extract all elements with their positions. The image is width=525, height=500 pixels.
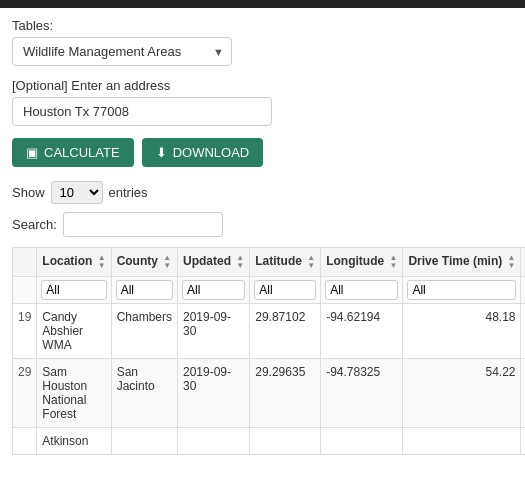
cell-drivetime: 54.22 (403, 359, 521, 428)
cell-county: San Jacinto (111, 359, 177, 428)
cell-longitude (321, 428, 403, 455)
cell-latitude: 29.87102 (250, 304, 321, 359)
address-label: [Optional] Enter an address (12, 78, 513, 93)
tables-select[interactable]: Wildlife Management Areas (12, 37, 232, 66)
table-row: Atkinson (13, 428, 526, 455)
filter-drivetime[interactable] (403, 277, 521, 304)
cell-location: Sam Houston National Forest (37, 359, 111, 428)
filter-updated-input[interactable] (182, 280, 245, 300)
download-icon: ⬇ (156, 145, 167, 160)
address-input[interactable] (12, 97, 272, 126)
table-filter-row (13, 277, 526, 304)
col-header-num (13, 248, 37, 277)
cell-updated (177, 428, 249, 455)
cell-drivetime: 48.18 (403, 304, 521, 359)
cell-drivedist (521, 428, 525, 455)
filter-county[interactable] (111, 277, 177, 304)
filter-location[interactable] (37, 277, 111, 304)
table-row: 19 Candy Abshier WMA Chambers 2019-09-30… (13, 304, 526, 359)
col-header-location[interactable]: Location ▲▼ (37, 248, 111, 277)
col-header-drivedist[interactable]: Drive Distance (mi) ▲▼ (521, 248, 525, 277)
buttons-row: ▣ CALCULATE ⬇ DOWNLOAD (12, 138, 513, 167)
filter-location-input[interactable] (41, 280, 106, 300)
sort-arrows-location: ▲▼ (98, 254, 106, 270)
cell-drivedist: 51.29 (521, 359, 525, 428)
filter-latitude[interactable] (250, 277, 321, 304)
cell-updated: 2019-09-30 (177, 304, 249, 359)
sort-arrows-latitude: ▲▼ (307, 254, 315, 270)
cell-updated: 2019-09-30 (177, 359, 249, 428)
calculate-label: CALCULATE (44, 145, 120, 160)
cell-county (111, 428, 177, 455)
cell-location: Atkinson (37, 428, 111, 455)
top-bar (0, 0, 525, 8)
sort-arrows-longitude: ▲▼ (390, 254, 398, 270)
cell-county: Chambers (111, 304, 177, 359)
filter-county-input[interactable] (116, 280, 173, 300)
show-label: Show (12, 185, 45, 200)
table-header-row: Location ▲▼ County ▲▼ Updated ▲▼ Latitud… (13, 248, 526, 277)
col-header-updated[interactable]: Updated ▲▼ (177, 248, 249, 277)
filter-latitude-input[interactable] (254, 280, 316, 300)
col-header-latitude[interactable]: Latitude ▲▼ (250, 248, 321, 277)
col-header-drivetime[interactable]: Drive Time (min) ▲▼ (403, 248, 521, 277)
filter-updated[interactable] (177, 277, 249, 304)
cell-num (13, 428, 37, 455)
entries-row: Show 10 25 50 100 entries (12, 181, 513, 204)
filter-drivedist[interactable] (521, 277, 525, 304)
entries-select[interactable]: 10 25 50 100 (51, 181, 103, 204)
table-body: 19 Candy Abshier WMA Chambers 2019-09-30… (13, 304, 526, 455)
cell-num: 29 (13, 359, 37, 428)
search-row: Search: (12, 212, 513, 237)
cell-drivetime (403, 428, 521, 455)
sort-arrows-drivetime: ▲▼ (508, 254, 516, 270)
filter-drivetime-input[interactable] (407, 280, 516, 300)
search-input[interactable] (63, 212, 223, 237)
cell-longitude: -94.78325 (321, 359, 403, 428)
sort-arrows-county: ▲▼ (163, 254, 171, 270)
download-label: DOWNLOAD (173, 145, 250, 160)
calculate-button[interactable]: ▣ CALCULATE (12, 138, 134, 167)
cell-latitude: 29.29635 (250, 359, 321, 428)
filter-longitude-input[interactable] (325, 280, 398, 300)
data-table: Location ▲▼ County ▲▼ Updated ▲▼ Latitud… (12, 247, 525, 455)
calculator-icon: ▣ (26, 145, 38, 160)
filter-longitude[interactable] (321, 277, 403, 304)
cell-num: 19 (13, 304, 37, 359)
cell-drivedist: 48.15 (521, 304, 525, 359)
tables-label: Tables: (12, 18, 513, 33)
cell-location: Candy Abshier WMA (37, 304, 111, 359)
col-header-county[interactable]: County ▲▼ (111, 248, 177, 277)
cell-longitude: -94.62194 (321, 304, 403, 359)
table-row: 29 Sam Houston National Forest San Jacin… (13, 359, 526, 428)
download-button[interactable]: ⬇ DOWNLOAD (142, 138, 264, 167)
entries-label: entries (109, 185, 148, 200)
tables-select-wrapper[interactable]: Wildlife Management Areas ▼ (12, 37, 232, 66)
col-header-longitude[interactable]: Longitude ▲▼ (321, 248, 403, 277)
sort-arrows-updated: ▲▼ (236, 254, 244, 270)
cell-latitude (250, 428, 321, 455)
main-content: Tables: Wildlife Management Areas ▼ [Opt… (0, 8, 525, 465)
filter-num (13, 277, 37, 304)
search-label: Search: (12, 217, 57, 232)
